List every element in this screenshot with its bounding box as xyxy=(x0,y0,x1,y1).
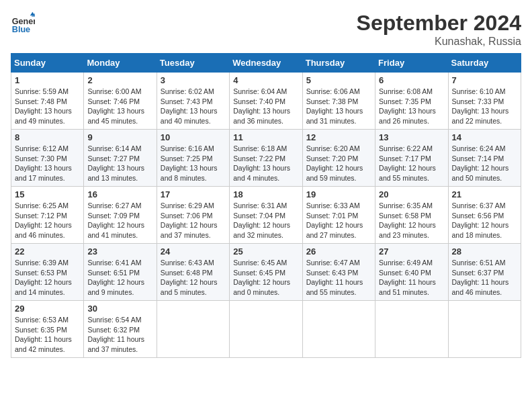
calendar-cell: 28 Sunrise: 6:51 AM Sunset: 6:37 PM Dayl… xyxy=(448,244,521,301)
calendar-cell: 12 Sunrise: 6:20 AM Sunset: 7:20 PM Dayl… xyxy=(302,130,375,187)
day-number: 20 xyxy=(379,189,444,199)
day-number: 26 xyxy=(306,246,371,257)
col-sunday: Sunday xyxy=(11,54,84,73)
day-info: Sunrise: 6:10 AM Sunset: 7:33 PM Dayligh… xyxy=(452,87,517,126)
day-info: Sunrise: 6:06 AM Sunset: 7:38 PM Dayligh… xyxy=(306,87,371,126)
day-number: 29 xyxy=(15,304,80,314)
day-number: 12 xyxy=(306,132,371,142)
day-info: Sunrise: 5:59 AM Sunset: 7:48 PM Dayligh… xyxy=(15,87,80,126)
calendar-cell: 10 Sunrise: 6:16 AM Sunset: 7:25 PM Dayl… xyxy=(157,130,229,187)
month-title: September 2024 xyxy=(357,11,521,36)
day-info: Sunrise: 6:43 AM Sunset: 6:48 PM Dayligh… xyxy=(161,258,226,298)
day-info: Sunrise: 6:49 AM Sunset: 6:40 PM Dayligh… xyxy=(379,258,444,298)
calendar-cell: 29 Sunrise: 6:53 AM Sunset: 6:35 PM Dayl… xyxy=(11,301,84,358)
svg-text:Blue: Blue xyxy=(12,25,30,34)
day-info: Sunrise: 6:41 AM Sunset: 6:51 PM Dayligh… xyxy=(87,258,152,298)
day-info: Sunrise: 6:47 AM Sunset: 6:43 PM Dayligh… xyxy=(306,258,371,298)
day-number: 2 xyxy=(87,75,152,85)
calendar-cell: 5 Sunrise: 6:06 AM Sunset: 7:38 PM Dayli… xyxy=(302,73,375,130)
calendar-cell: 14 Sunrise: 6:24 AM Sunset: 7:14 PM Dayl… xyxy=(448,130,521,187)
day-info: Sunrise: 6:12 AM Sunset: 7:30 PM Dayligh… xyxy=(15,144,80,183)
day-info: Sunrise: 6:27 AM Sunset: 7:09 PM Dayligh… xyxy=(87,201,152,240)
calendar-cell xyxy=(302,301,375,358)
calendar-row: 8 Sunrise: 6:12 AM Sunset: 7:30 PM Dayli… xyxy=(11,130,521,187)
calendar-cell xyxy=(375,301,448,358)
day-info: Sunrise: 6:00 AM Sunset: 7:46 PM Dayligh… xyxy=(87,87,152,126)
col-tuesday: Tuesday xyxy=(157,54,229,73)
calendar-row: 22 Sunrise: 6:39 AM Sunset: 6:53 PM Dayl… xyxy=(11,244,521,301)
calendar-row: 1 Sunrise: 5:59 AM Sunset: 7:48 PM Dayli… xyxy=(11,73,521,130)
day-info: Sunrise: 6:16 AM Sunset: 7:25 PM Dayligh… xyxy=(161,144,226,183)
calendar-cell: 23 Sunrise: 6:41 AM Sunset: 6:51 PM Dayl… xyxy=(84,244,157,301)
calendar-cell: 9 Sunrise: 6:14 AM Sunset: 7:27 PM Dayli… xyxy=(84,130,157,187)
calendar-row: 29 Sunrise: 6:53 AM Sunset: 6:35 PM Dayl… xyxy=(11,301,521,358)
page-header: General Blue September 2024 Kunashak, Ru… xyxy=(11,11,521,48)
calendar-cell: 20 Sunrise: 6:35 AM Sunset: 6:58 PM Dayl… xyxy=(375,187,448,244)
day-info: Sunrise: 6:22 AM Sunset: 7:17 PM Dayligh… xyxy=(379,144,444,183)
calendar-cell: 15 Sunrise: 6:25 AM Sunset: 7:12 PM Dayl… xyxy=(11,187,84,244)
calendar-cell: 4 Sunrise: 6:04 AM Sunset: 7:40 PM Dayli… xyxy=(230,73,302,130)
day-number: 24 xyxy=(161,246,226,257)
day-number: 28 xyxy=(452,246,517,257)
calendar-table: Sunday Monday Tuesday Wednesday Thursday… xyxy=(11,53,521,358)
calendar-cell xyxy=(448,301,521,358)
col-friday: Friday xyxy=(375,54,448,73)
day-number: 5 xyxy=(306,75,371,85)
day-number: 17 xyxy=(161,189,226,199)
header-row: Sunday Monday Tuesday Wednesday Thursday… xyxy=(11,54,521,73)
day-number: 14 xyxy=(452,132,517,142)
day-info: Sunrise: 6:31 AM Sunset: 7:04 PM Dayligh… xyxy=(233,201,298,240)
calendar-cell: 30 Sunrise: 6:54 AM Sunset: 6:32 PM Dayl… xyxy=(84,301,157,358)
title-block: September 2024 Kunashak, Russia xyxy=(357,11,521,48)
col-wednesday: Wednesday xyxy=(230,54,302,73)
day-info: Sunrise: 6:45 AM Sunset: 6:45 PM Dayligh… xyxy=(233,258,298,298)
day-number: 7 xyxy=(452,75,517,85)
day-info: Sunrise: 6:37 AM Sunset: 6:56 PM Dayligh… xyxy=(452,201,517,240)
day-info: Sunrise: 6:33 AM Sunset: 7:01 PM Dayligh… xyxy=(306,201,371,240)
day-info: Sunrise: 6:35 AM Sunset: 6:58 PM Dayligh… xyxy=(379,201,444,240)
day-info: Sunrise: 6:29 AM Sunset: 7:06 PM Dayligh… xyxy=(161,201,226,240)
calendar-cell: 8 Sunrise: 6:12 AM Sunset: 7:30 PM Dayli… xyxy=(11,130,84,187)
col-saturday: Saturday xyxy=(448,54,521,73)
calendar-cell: 25 Sunrise: 6:45 AM Sunset: 6:45 PM Dayl… xyxy=(230,244,302,301)
day-number: 18 xyxy=(233,189,298,199)
day-number: 23 xyxy=(87,246,152,257)
col-monday: Monday xyxy=(84,54,157,73)
day-number: 15 xyxy=(15,189,80,199)
day-info: Sunrise: 6:24 AM Sunset: 7:14 PM Dayligh… xyxy=(452,144,517,183)
day-info: Sunrise: 6:02 AM Sunset: 7:43 PM Dayligh… xyxy=(161,87,226,126)
day-number: 27 xyxy=(379,246,444,257)
day-number: 22 xyxy=(15,246,80,257)
day-info: Sunrise: 6:39 AM Sunset: 6:53 PM Dayligh… xyxy=(15,258,80,298)
calendar-cell: 27 Sunrise: 6:49 AM Sunset: 6:40 PM Dayl… xyxy=(375,244,448,301)
day-number: 4 xyxy=(233,75,298,85)
day-number: 6 xyxy=(379,75,444,85)
day-info: Sunrise: 6:53 AM Sunset: 6:35 PM Dayligh… xyxy=(15,315,80,355)
day-number: 1 xyxy=(15,75,80,85)
day-number: 10 xyxy=(161,132,226,142)
day-number: 3 xyxy=(161,75,226,85)
calendar-cell xyxy=(230,301,302,358)
logo-icon: General Blue xyxy=(11,11,35,35)
calendar-cell xyxy=(157,301,229,358)
calendar-cell: 3 Sunrise: 6:02 AM Sunset: 7:43 PM Dayli… xyxy=(157,73,229,130)
calendar-cell: 19 Sunrise: 6:33 AM Sunset: 7:01 PM Dayl… xyxy=(302,187,375,244)
day-info: Sunrise: 6:04 AM Sunset: 7:40 PM Dayligh… xyxy=(233,87,298,126)
day-info: Sunrise: 6:18 AM Sunset: 7:22 PM Dayligh… xyxy=(233,144,298,183)
calendar-cell: 21 Sunrise: 6:37 AM Sunset: 6:56 PM Dayl… xyxy=(448,187,521,244)
calendar-cell: 11 Sunrise: 6:18 AM Sunset: 7:22 PM Dayl… xyxy=(230,130,302,187)
calendar-cell: 13 Sunrise: 6:22 AM Sunset: 7:17 PM Dayl… xyxy=(375,130,448,187)
calendar-cell: 1 Sunrise: 5:59 AM Sunset: 7:48 PM Dayli… xyxy=(11,73,84,130)
day-info: Sunrise: 6:54 AM Sunset: 6:32 PM Dayligh… xyxy=(87,315,152,355)
calendar-row: 15 Sunrise: 6:25 AM Sunset: 7:12 PM Dayl… xyxy=(11,187,521,244)
calendar-cell: 17 Sunrise: 6:29 AM Sunset: 7:06 PM Dayl… xyxy=(157,187,229,244)
day-info: Sunrise: 6:08 AM Sunset: 7:35 PM Dayligh… xyxy=(379,87,444,126)
day-info: Sunrise: 6:25 AM Sunset: 7:12 PM Dayligh… xyxy=(15,201,80,240)
calendar-cell: 6 Sunrise: 6:08 AM Sunset: 7:35 PM Dayli… xyxy=(375,73,448,130)
day-number: 21 xyxy=(452,189,517,199)
calendar-cell: 26 Sunrise: 6:47 AM Sunset: 6:43 PM Dayl… xyxy=(302,244,375,301)
day-number: 13 xyxy=(379,132,444,142)
location: Kunashak, Russia xyxy=(357,36,521,48)
day-info: Sunrise: 6:14 AM Sunset: 7:27 PM Dayligh… xyxy=(87,144,152,183)
day-number: 11 xyxy=(233,132,298,142)
